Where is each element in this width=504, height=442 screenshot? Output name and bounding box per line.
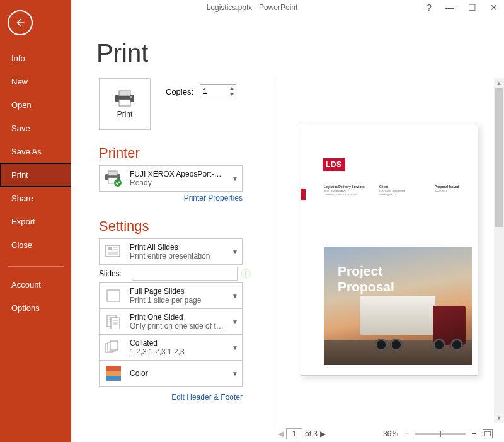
page-total: of 3 — [305, 429, 318, 438]
sided-desc: Only print on one side of th… — [130, 322, 226, 330]
minimize-button[interactable]: — — [445, 3, 454, 13]
sidebar-separator — [8, 266, 64, 267]
copies-input[interactable] — [200, 85, 227, 98]
sidebar-item-open[interactable]: Open — [0, 93, 71, 117]
scroll-up-icon[interactable]: ▲ — [494, 78, 504, 88]
sidebar-item-options[interactable]: Options — [0, 296, 71, 320]
window-title: Logistics.pptx - PowerPoint — [207, 3, 298, 12]
preview-col3-body: 03.02.2019 — [435, 189, 459, 193]
svg-rect-10 — [106, 245, 120, 257]
info-icon[interactable]: i — [241, 269, 250, 278]
main-content: Print Print Copies: Pri — [71, 15, 504, 442]
svg-rect-4 — [119, 100, 130, 106]
preview-col1-body: 4071 Transport Ave. Cleveland, Ohio U.S.… — [324, 189, 365, 196]
chevron-down-icon — [230, 93, 234, 96]
copies-up[interactable] — [227, 85, 236, 91]
sidebar-item-info[interactable]: Info — [0, 47, 71, 70]
color-label: Color — [130, 369, 226, 378]
project-title-text: Project Proposal — [338, 263, 394, 294]
print-button[interactable]: Print — [99, 78, 151, 130]
svg-rect-11 — [108, 247, 112, 250]
slides-input[interactable] — [132, 267, 238, 281]
sidebar-item-print[interactable]: Print — [0, 163, 71, 187]
print-which-desc: Print entire presentation — [130, 252, 226, 260]
fit-to-window-button[interactable] — [483, 429, 493, 438]
color-swatch-icon — [106, 366, 121, 381]
sidebar-item-save-as[interactable]: Save As — [0, 140, 71, 163]
backstage-sidebar: Info New Open Save Save As Print Share E… — [0, 0, 71, 442]
zoom-percent: 36% — [383, 429, 398, 438]
collated-icon — [104, 340, 123, 355]
collate-dropdown[interactable]: Collated 1,2,3 1,2,3 1,2,3 ▼ — [99, 334, 243, 361]
maximize-button[interactable]: ☐ — [468, 3, 476, 13]
chevron-down-icon: ▼ — [232, 248, 238, 255]
preview-col2-body: U.S. Parks Department Washington, DC — [379, 189, 405, 196]
svg-rect-27 — [110, 341, 118, 350]
red-tab-icon — [301, 189, 306, 200]
vertical-scrollbar[interactable]: ▲ ▼ — [494, 78, 504, 423]
title-bar: Logistics.pptx - PowerPoint ? — ☐ ✕ — [0, 0, 504, 15]
back-arrow-icon — [14, 17, 26, 28]
preview-col2-head: Client — [379, 185, 405, 189]
copies-label: Copies: — [166, 87, 193, 96]
sidebar-item-export[interactable]: Export — [0, 210, 71, 233]
lds-logo: LDS — [323, 158, 345, 171]
next-page-button[interactable]: ▶ — [320, 429, 326, 438]
zoom-in-button[interactable]: + — [472, 429, 476, 438]
layout-dropdown[interactable]: Full Page Slides Print 1 slide per page … — [99, 282, 243, 309]
sidebar-item-new[interactable]: New — [0, 70, 71, 93]
printer-dropdown[interactable]: FUJI XEROX ApeosPort-VI C3… Ready ▼ — [99, 165, 243, 192]
printer-ready-icon — [104, 170, 123, 187]
slides-label: Slides: — [99, 269, 128, 278]
chevron-down-icon: ▼ — [232, 370, 238, 377]
chevron-down-icon: ▼ — [232, 318, 238, 325]
preview-photo: Project Proposal — [324, 247, 472, 365]
scrollbar-thumb[interactable] — [495, 88, 503, 227]
svg-point-5 — [130, 96, 132, 98]
preview-col3-head: Proposal Issued — [435, 185, 459, 189]
printer-section-title: Printer — [99, 145, 140, 161]
print-button-label: Print — [117, 110, 133, 119]
copies-down[interactable] — [227, 91, 236, 98]
svg-rect-7 — [108, 171, 117, 175]
page-title: Print — [96, 39, 148, 67]
page-current[interactable]: 1 — [286, 428, 302, 439]
chevron-down-icon: ▼ — [232, 175, 238, 182]
pane-divider — [273, 78, 273, 442]
edit-header-footer-link[interactable]: Edit Header & Footer — [171, 393, 243, 402]
slide-preview: LDS Logistics Delivery Services 4071 Tra… — [301, 124, 478, 376]
printer-status: Ready — [130, 178, 226, 187]
sidebar-item-share[interactable]: Share — [0, 187, 71, 210]
layout-label: Full Page Slides — [130, 287, 226, 296]
printer-properties-link[interactable]: Printer Properties — [184, 194, 243, 202]
chevron-down-icon: ▼ — [232, 293, 238, 300]
prev-page-button[interactable]: ◀ — [278, 429, 284, 438]
slides-all-icon — [105, 244, 122, 259]
preview-nav: ◀ 1 of 3 ▶ 36% − + — [278, 426, 493, 442]
sided-dropdown[interactable]: Print One Sided Only print on one side o… — [99, 308, 243, 335]
print-which-label: Print All Slides — [130, 243, 226, 252]
collate-label: Collated — [130, 339, 226, 347]
color-dropdown[interactable]: Color ▼ — [99, 360, 243, 387]
zoom-out-button[interactable]: − — [404, 429, 409, 438]
svg-rect-21 — [111, 318, 120, 329]
close-button[interactable]: ✕ — [490, 3, 498, 13]
preview-pane: ▲ ▼ LDS Logistics Delivery Services 4071… — [274, 78, 504, 442]
svg-rect-3 — [119, 91, 130, 96]
sidebar-item-save[interactable]: Save — [0, 117, 71, 140]
preview-col1-head: Logistics Delivery Services — [324, 185, 365, 189]
scroll-down-icon[interactable]: ▼ — [494, 413, 504, 423]
sidebar-item-account[interactable]: Account — [0, 273, 71, 296]
zoom-slider[interactable] — [415, 433, 466, 435]
one-sided-icon — [105, 314, 122, 329]
svg-rect-16 — [107, 290, 120, 301]
printer-name: FUJI XEROX ApeosPort-VI C3… — [130, 170, 226, 178]
sidebar-item-close[interactable]: Close — [0, 233, 71, 257]
help-button[interactable]: ? — [427, 3, 432, 13]
print-which-dropdown[interactable]: Print All Slides Print entire presentati… — [99, 238, 243, 265]
chevron-up-icon — [230, 87, 234, 90]
chevron-down-icon: ▼ — [232, 344, 238, 351]
printer-icon — [114, 90, 135, 107]
layout-desc: Print 1 slide per page — [130, 296, 226, 305]
sided-label: Print One Sided — [130, 313, 226, 322]
